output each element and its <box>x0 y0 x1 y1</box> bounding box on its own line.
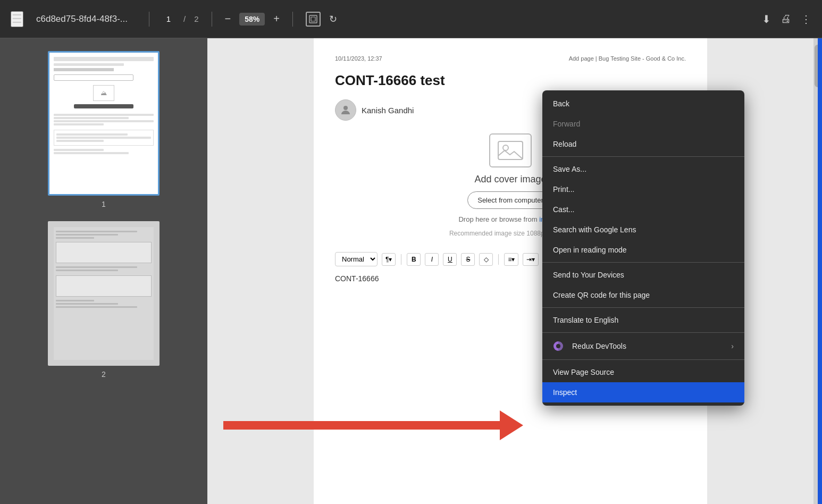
context-menu-cast[interactable]: Cast... <box>542 199 744 220</box>
thumbnail-2-content <box>54 227 154 360</box>
page-number-input[interactable] <box>162 14 175 23</box>
page-separator: / <box>183 14 186 23</box>
thumbnail-1-label: 1 <box>102 200 106 208</box>
svg-point-4 <box>503 145 508 150</box>
redux-icon-graphic <box>553 341 563 351</box>
thumbnail-2-frame[interactable] <box>48 221 160 366</box>
pdf-meta-date: 10/11/2023, 12:37 <box>335 55 382 62</box>
thumbnail-2-label: 2 <box>102 370 106 379</box>
context-menu-translate[interactable]: Translate to English <box>542 310 744 330</box>
download-button[interactable]: ⬇ <box>762 13 771 26</box>
indent-button[interactable]: ⇥▾ <box>523 253 539 266</box>
ctx-separator-5 <box>542 359 744 360</box>
zoom-increase-button[interactable]: + <box>273 13 280 25</box>
divider-2 <box>212 12 212 27</box>
pdf-meta-bar: 10/11/2023, 12:37 Add page | Bug Testing… <box>335 55 686 62</box>
thumbnail-1-frame[interactable]: ⛰ <box>48 51 160 196</box>
author-name: Kanish Gandhi <box>362 106 414 115</box>
context-menu-back[interactable]: Back <box>542 94 744 114</box>
divider-3 <box>292 12 293 27</box>
context-menu-reading-mode[interactable]: Open in reading mode <box>542 240 744 260</box>
context-menu-search-lens[interactable]: Search with Google Lens <box>542 220 744 240</box>
toolbar-right: ⬇ 🖨 ⋮ <box>762 13 811 26</box>
underline-button[interactable]: U <box>443 253 457 266</box>
context-menu-forward: Forward <box>542 114 744 134</box>
more-options-button[interactable]: ⋮ <box>801 13 811 26</box>
fit-icon <box>309 15 317 23</box>
toolbar: ☰ c6d8ed75-8fd4-48f3-... / 2 − 58% + ↻ ⬇… <box>0 0 822 38</box>
context-menu: Back Forward Reload Save As... Print... … <box>542 90 744 406</box>
text-style-select[interactable]: Normal <box>335 252 378 266</box>
thumbnail-2-container[interactable]: 2 <box>48 221 160 379</box>
blue-accent-bar <box>818 0 822 504</box>
svg-point-2 <box>343 106 348 110</box>
context-menu-print[interactable]: Print... <box>542 179 744 199</box>
context-menu-inspect[interactable]: Inspect <box>542 382 744 402</box>
zoom-level-display: 58% <box>239 13 265 26</box>
hamburger-menu-button[interactable]: ☰ <box>11 11 23 27</box>
editor-divider-2 <box>498 254 499 265</box>
bold-button[interactable]: B <box>407 253 421 266</box>
pdf-page-title: CONT-16666 test <box>335 72 686 89</box>
print-button[interactable]: 🖨 <box>781 13 791 25</box>
rotate-button[interactable]: ↻ <box>329 13 337 25</box>
paragraph-format-button[interactable]: ¶▾ <box>382 253 396 266</box>
context-menu-redux[interactable]: Redux DevTools › <box>542 335 744 357</box>
page-total: 2 <box>194 14 198 23</box>
cover-image-icon <box>489 133 532 167</box>
svg-rect-3 <box>498 141 523 159</box>
ctx-separator-4 <box>542 332 744 333</box>
cover-label: Add cover image <box>474 174 546 185</box>
zoom-decrease-button[interactable]: − <box>225 13 231 25</box>
context-menu-qr-code[interactable]: Create QR code for this page <box>542 285 744 305</box>
context-menu-reload[interactable]: Reload <box>542 134 744 154</box>
thumbnail-sidebar: ⛰ <box>0 38 207 504</box>
pdf-meta-title: Add page | Bug Testing Site - Good & Co … <box>569 55 686 62</box>
italic-button[interactable]: I <box>425 253 439 266</box>
ctx-separator-1 <box>542 156 744 157</box>
strikethrough-button[interactable]: S <box>461 253 475 266</box>
context-menu-send-devices[interactable]: Send to Your Devices <box>542 265 744 285</box>
pdf-title: c6d8ed75-8fd4-48f3-... <box>36 14 128 24</box>
ctx-separator-3 <box>542 307 744 308</box>
redux-devtools-icon <box>553 341 564 351</box>
author-avatar <box>335 99 356 121</box>
svg-rect-0 <box>309 15 317 23</box>
svg-rect-1 <box>311 17 315 21</box>
ctx-separator-2 <box>542 262 744 263</box>
align-button[interactable]: ≡▾ <box>504 253 518 266</box>
select-from-computer-button[interactable]: Select from computer <box>467 191 553 209</box>
context-menu-save-as[interactable]: Save As... <box>542 159 744 179</box>
thumbnail-1-container[interactable]: ⛰ <box>48 51 160 208</box>
fit-page-button[interactable] <box>306 12 321 27</box>
context-menu-view-source[interactable]: View Page Source <box>542 362 744 382</box>
divider-1 <box>149 12 149 27</box>
diamond-button[interactable]: ◇ <box>479 253 493 266</box>
submenu-arrow: › <box>731 342 734 350</box>
editor-divider-1 <box>401 254 401 265</box>
thumbnail-1-content: ⛰ <box>54 57 154 190</box>
